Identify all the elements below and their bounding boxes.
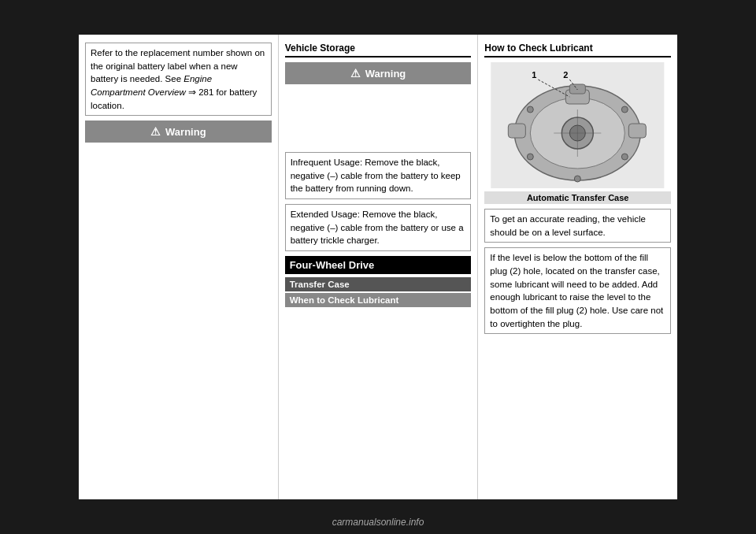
image-caption: Automatic Transfer Case <box>484 191 671 204</box>
fill-plug-text: If the level is below the bottom of the … <box>490 253 663 328</box>
column-1: Refer to the replacement number shown on… <box>79 35 279 499</box>
warning-label-col2: Warning <box>365 68 406 80</box>
svg-point-10 <box>622 106 628 113</box>
svg-point-13 <box>575 176 581 182</box>
svg-point-11 <box>528 154 534 160</box>
column-2: Vehicle Storage ⚠ Warning Infrequent Usa… <box>279 35 479 499</box>
level-text: To get an accurate reading, the vehicle … <box>490 214 646 237</box>
svg-rect-7 <box>629 124 647 138</box>
svg-text:1: 1 <box>532 70 537 80</box>
extended-storage-text: Extended Usage: Remove the black, negati… <box>291 210 464 245</box>
four-wheel-drive-header: Four-Wheel Drive <box>285 256 472 274</box>
svg-point-9 <box>528 106 534 113</box>
infrequent-usage-block: Infrequent Usage: Remove the black, nega… <box>285 152 472 199</box>
transfer-case-svg: 1 2 <box>484 62 671 188</box>
warning-icon-col2: ⚠ <box>350 67 361 80</box>
svg-text:2: 2 <box>564 70 569 80</box>
when-to-check-header: When to Check Lubricant <box>285 293 472 307</box>
page-content: Refer to the replacement number shown on… <box>79 35 677 499</box>
battery-text-block: Refer to the replacement number shown on… <box>85 43 272 116</box>
page-reference: ⇒ 281 <box>188 87 213 97</box>
transfer-case-header: Transfer Case <box>285 277 472 291</box>
warning-box-col1: ⚠ Warning <box>85 121 272 143</box>
column-3: How to Check Lubricant <box>478 35 677 499</box>
level-text-block: To get an accurate reading, the vehicle … <box>484 209 671 243</box>
svg-rect-6 <box>570 84 586 94</box>
infrequent-usage-text: Infrequent Usage: Remove the black, nega… <box>291 158 461 193</box>
warning-label-col1: Warning <box>165 126 206 138</box>
extended-storage-block: Extended Usage: Remove the black, negati… <box>285 204 472 251</box>
svg-point-12 <box>622 154 628 160</box>
svg-rect-8 <box>509 124 526 138</box>
how-to-check-header: How to Check Lubricant <box>484 43 671 57</box>
transfer-case-image: 1 2 <box>484 62 671 188</box>
watermark: carmanualsonline.info <box>0 517 756 528</box>
warning-icon-col1: ⚠ <box>150 125 161 138</box>
vehicle-storage-header: Vehicle Storage <box>285 43 472 57</box>
warning-box-col2: ⚠ Warning <box>285 62 472 84</box>
fill-plug-text-block: If the level is below the bottom of the … <box>484 247 671 334</box>
